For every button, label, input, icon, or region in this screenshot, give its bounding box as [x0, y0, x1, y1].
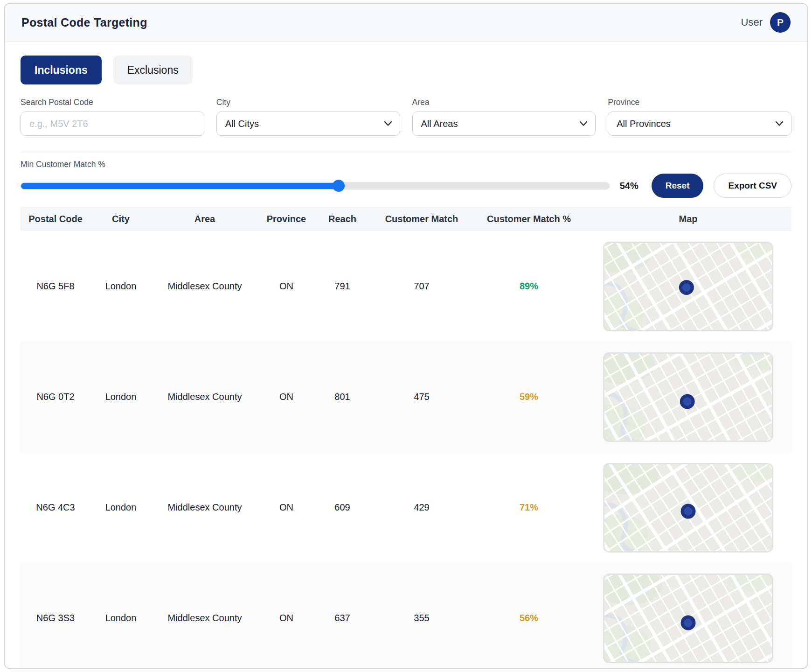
- province-label: Province: [608, 98, 791, 107]
- match-slider-track[interactable]: [21, 182, 610, 189]
- table-row: N6G 5F8LondonMiddlesex CountyON79170789%: [21, 231, 791, 342]
- cell-reach: 791: [314, 281, 370, 292]
- map-thumbnail: [603, 352, 773, 442]
- cell-city: London: [90, 281, 151, 292]
- cell-customer-match: 355: [370, 613, 473, 623]
- city-label: City: [216, 98, 400, 107]
- table-header-row: Postal CodeCityAreaProvinceReachCustomer…: [21, 207, 791, 231]
- column-header-postal-code: Postal Code: [21, 214, 90, 224]
- column-header-customer-match: Customer Match: [370, 214, 473, 224]
- column-header-map: Map: [585, 214, 791, 224]
- cell-customer-match-pct: 71%: [473, 502, 585, 513]
- tab-exclusions[interactable]: Exclusions: [113, 56, 193, 84]
- filter-area: Area All Areas: [412, 98, 596, 136]
- filter-province: Province All Provinces: [608, 98, 791, 136]
- cell-city: London: [90, 613, 151, 623]
- app-header: Postal Code Targeting User P: [5, 4, 807, 42]
- section-divider: [21, 152, 791, 152]
- match-slider-label: Min Customer Match %: [21, 160, 791, 169]
- table-body: N6G 5F8LondonMiddlesex CountyON79170789%…: [21, 231, 791, 669]
- match-slider-thumb[interactable]: [333, 180, 345, 192]
- column-header-customer-match: Customer Match %: [473, 214, 585, 224]
- search-postal-code-input[interactable]: [21, 112, 204, 136]
- match-slider-fill: [21, 183, 339, 189]
- cell-map: [585, 463, 791, 553]
- city-select[interactable]: All Citys: [216, 112, 400, 136]
- map-thumbnail: [603, 242, 773, 331]
- cell-postal-code: N6G 4C3: [21, 502, 90, 513]
- tab-bar: Inclusions Exclusions: [21, 56, 791, 84]
- cell-area: Middlesex County: [151, 613, 258, 623]
- area-label: Area: [412, 98, 596, 107]
- page-title: Postal Code Targeting: [21, 16, 147, 29]
- cell-city: London: [90, 502, 151, 513]
- avatar-initial: P: [777, 17, 784, 28]
- cell-map: [585, 352, 791, 442]
- cell-postal-code: N6G 3S3: [21, 613, 90, 623]
- export-csv-button[interactable]: Export CSV: [714, 174, 791, 198]
- table-row: N6G 3S3LondonMiddlesex CountyON63735556%: [21, 563, 791, 669]
- tab-inclusions[interactable]: Inclusions: [21, 56, 102, 84]
- reset-button[interactable]: Reset: [652, 174, 704, 198]
- postal-code-table: Postal CodeCityAreaProvinceReachCustomer…: [21, 207, 791, 669]
- cell-customer-match-pct: 89%: [473, 281, 585, 292]
- cell-customer-match: 707: [370, 281, 473, 292]
- map-thumbnail: [603, 463, 773, 553]
- column-header-area: Area: [151, 214, 258, 224]
- postal-code-label: Search Postal Code: [21, 98, 204, 107]
- cell-map: [585, 574, 791, 663]
- cell-province: ON: [258, 502, 314, 513]
- cell-reach: 637: [314, 613, 370, 623]
- cell-map: [585, 242, 791, 331]
- user-avatar[interactable]: P: [770, 12, 791, 33]
- cell-province: ON: [258, 392, 314, 402]
- cell-province: ON: [258, 281, 314, 292]
- user-label: User: [741, 16, 763, 28]
- cell-reach: 609: [314, 502, 370, 513]
- match-slider-value: 54%: [620, 181, 641, 191]
- map-thumbnail: [603, 574, 773, 663]
- cell-area: Middlesex County: [151, 392, 258, 402]
- app-window: Postal Code Targeting User P Inclusions …: [4, 3, 808, 669]
- cell-customer-match: 475: [370, 392, 473, 402]
- area-select[interactable]: All Areas: [412, 112, 596, 136]
- cell-customer-match-pct: 56%: [473, 613, 585, 623]
- filter-postal-code: Search Postal Code: [21, 98, 204, 136]
- filter-city: City All Citys: [216, 98, 400, 136]
- cell-area: Middlesex County: [151, 281, 258, 292]
- match-filter-section: Min Customer Match % 54% Reset Export CS…: [21, 160, 791, 199]
- column-header-city: City: [90, 214, 151, 224]
- filter-bar: Search Postal Code City All Citys Area: [21, 98, 791, 136]
- column-header-province: Province: [258, 214, 314, 224]
- cell-postal-code: N6G 5F8: [21, 281, 90, 292]
- cell-reach: 801: [314, 392, 370, 402]
- column-header-reach: Reach: [314, 214, 370, 224]
- province-select[interactable]: All Provinces: [608, 112, 791, 136]
- cell-postal-code: N6G 0T2: [21, 392, 90, 402]
- cell-province: ON: [258, 613, 314, 623]
- cell-city: London: [90, 392, 151, 402]
- table-row: N6G 0T2LondonMiddlesex CountyON80147559%: [21, 342, 791, 452]
- cell-customer-match: 429: [370, 502, 473, 513]
- cell-area: Middlesex County: [151, 502, 258, 513]
- user-area: User P: [741, 12, 791, 33]
- cell-customer-match-pct: 59%: [473, 392, 585, 402]
- table-row: N6G 4C3LondonMiddlesex CountyON60942971%: [21, 452, 791, 563]
